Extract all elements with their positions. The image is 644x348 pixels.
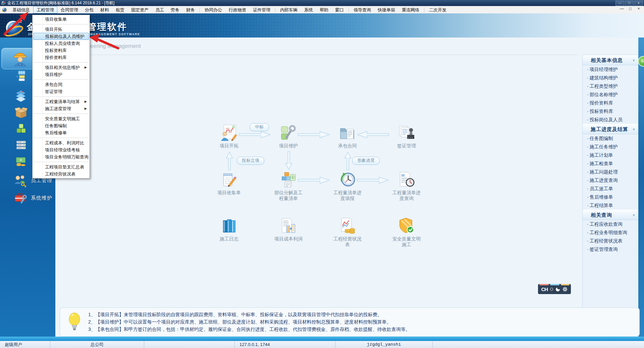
dropdown-item-business-status[interactable]: 工程经营状况表 (33, 170, 90, 178)
moon-icon[interactable] (555, 287, 560, 291)
money-icon[interactable] (15, 156, 26, 167)
flow-node-project-collection[interactable]: 项目收集单 (209, 170, 249, 196)
dropdown-item-project-collection[interactable]: 项目收集单 (33, 16, 90, 23)
worker-icon[interactable] (12, 50, 28, 66)
flow-node-progress-query[interactable]: 工程量清单进度查询 (386, 170, 427, 201)
dropdown-item-visa-management[interactable]: 签证管理 (33, 88, 90, 95)
toolbox-icon (14, 192, 27, 204)
dropdown-item-bidder-performance[interactable]: 投标人员业绩查询 (33, 40, 90, 47)
panel-link[interactable]: ·签证管理查询 (583, 245, 639, 254)
flow-node-cost-profit[interactable]: 项目成本利润 (268, 216, 309, 242)
menu-system[interactable]: 系统 (301, 6, 316, 13)
dropdown-item-boq-settlement[interactable]: 工程量清单与结算▶ (33, 98, 90, 105)
panel-link[interactable]: ·施工任务维护 (583, 143, 639, 151)
layers-icon[interactable] (15, 90, 27, 102)
menu-quick-docs[interactable]: 快捷单据 (374, 6, 398, 13)
menu-leader-query[interactable]: 领导查询 (350, 6, 374, 13)
server-stack-icon[interactable] (16, 140, 26, 150)
panel-link[interactable]: ·投标岗位及人员 (583, 116, 639, 124)
panel-link[interactable]: ·施工计划单 (583, 151, 639, 159)
green-cubes-icon[interactable] (15, 123, 27, 134)
panel-link[interactable]: ·任务图编制 (583, 134, 639, 143)
menu-employees[interactable]: 员工 (152, 6, 167, 13)
dropdown-item-label: 项目开拓 (45, 27, 62, 32)
panel-link[interactable]: ·工程结算单 (583, 201, 639, 210)
dropdown-item-cost-profit-compare[interactable]: 工程成本、利润对比 (33, 139, 90, 146)
menu-vehicles[interactable]: 内部车辆 (277, 6, 301, 13)
flow-node-progress-report[interactable]: 工程量清单进度填报 (327, 170, 368, 201)
dropdown-item-manager-assessment[interactable]: 项目经理业绩考核 (33, 146, 90, 153)
flow-node-construction-log[interactable]: 施工日志 (209, 216, 249, 242)
menu-help[interactable]: 帮助 (316, 6, 332, 13)
circle-icon[interactable] (550, 288, 553, 291)
menu-finance[interactable]: 财务 (183, 6, 198, 13)
panel-link[interactable]: ·员工派工单 (583, 185, 639, 193)
mdi-minimize-button[interactable]: — (619, 6, 625, 11)
bullet: · (587, 230, 589, 235)
dropdown-item-universal-query[interactable]: 项目业务明细万能查询 (33, 153, 90, 160)
menu-collaboration[interactable]: 协同办公 (201, 6, 225, 13)
panel-link[interactable]: ·工程类型维护 (583, 82, 639, 90)
panel-section-basic-info[interactable]: 相关基本信息 ∨ (583, 55, 639, 65)
dropdown-item-safety-quality[interactable]: 安全质量文明施工 (33, 115, 90, 122)
panel-link[interactable]: ·施工进度查询 (583, 176, 639, 185)
dropdown-item-bid-position-highlighted[interactable]: 投标岗位及人员维护 (33, 33, 89, 40)
maximize-button[interactable]: □ (625, 1, 634, 6)
toolbar-ch-button[interactable]: CH (541, 286, 548, 292)
dropdown-item-contract[interactable]: 承包合同 (33, 81, 90, 88)
panels-icon[interactable] (15, 70, 27, 81)
flow-node-label: 施工日志 (209, 236, 249, 242)
dropdown-item-progress-management[interactable]: 施工进度管理▶ (33, 105, 90, 112)
menu-contract-management[interactable]: 合同管理 (57, 6, 82, 13)
menu-basic-info[interactable]: 基础信息 (9, 6, 33, 13)
mdi-restore-button[interactable]: □ (628, 6, 633, 11)
panel-link[interactable]: ·施工检查单 (583, 159, 639, 168)
menu-secondary-dev[interactable]: 二次开发 (426, 6, 450, 13)
dropdown-item-project-maintenance[interactable]: 项目维护 (33, 71, 90, 78)
panel-link[interactable]: ·工程应收款查询 (583, 220, 639, 228)
panel-link[interactable]: ·投标资料库 (583, 107, 639, 116)
panel-link[interactable]: ·建筑结构维护 (583, 74, 639, 82)
close-button[interactable]: × (634, 1, 643, 6)
minimize-button[interactable]: — (615, 1, 624, 6)
flow-node-bom-breakdown[interactable]: 部位分解及工程量清单 (268, 170, 309, 201)
panel-link[interactable]: ·售后维修单 (583, 193, 639, 201)
menu-admin-supplies[interactable]: 行政物资 (225, 6, 250, 13)
flow-node-visa-management[interactable]: 签证管理 (386, 123, 427, 149)
panel-link[interactable]: ·施工问题处理 (583, 168, 639, 176)
panel-section-related-query[interactable]: 相关查询 ∨ (583, 210, 639, 220)
panel-link-label: 售后维修单 (590, 194, 613, 200)
panel-link[interactable]: ·部位名称维护 (583, 90, 639, 99)
menu-labor[interactable]: 劳务 (167, 6, 183, 13)
menu-certificates[interactable]: 证件管理 (250, 6, 274, 13)
dropdown-item-label: 项目维护 (45, 72, 62, 77)
menu-window[interactable]: 窗口 (332, 6, 347, 13)
panel-section-progress-settlement[interactable]: 施工进度及结算 ∨ (583, 124, 639, 134)
dropdown-item-task-diagram[interactable]: 任务图编制 (33, 122, 90, 129)
menu-fixed-assets[interactable]: 固定资产 (128, 6, 152, 13)
menu-materials[interactable]: 材料 (97, 6, 112, 13)
dropdown-item-project-related-info[interactable]: 项目相关信息维护▶ (33, 64, 90, 71)
panel-link[interactable]: ·报价资料库 (583, 99, 639, 107)
staff-key-icon (13, 174, 27, 188)
flow-node-safety-quality[interactable]: 安全质量文明施工 (386, 216, 427, 248)
menu-reconnect[interactable]: 重连网络 (398, 6, 423, 13)
dropdown-item-advance-summary[interactable]: 工程项目垫支汇总表 (33, 163, 90, 170)
dropdown-item-quote-library[interactable]: 报价资料库 (33, 54, 90, 61)
dropdown-item-project-development[interactable]: 项目开拓 (33, 26, 90, 33)
dropdown-item-bid-library[interactable]: 投标资料库 (33, 47, 90, 54)
panel-link[interactable]: ·工程经营状况表 (583, 237, 639, 245)
panel-link[interactable]: ·工程业务明细查询 (583, 228, 639, 237)
open-box-icon[interactable] (15, 107, 28, 119)
dropdown-item-after-sales[interactable]: 售后维修单 (33, 129, 90, 136)
panel-link-label: 部位名称维护 (590, 92, 618, 97)
flow-node-label: 安全质量文明施工 (386, 236, 427, 248)
menu-project-management[interactable]: 工程管理 (33, 6, 57, 13)
mdi-close-button[interactable]: × (636, 6, 641, 11)
menu-leasing[interactable]: 租赁 (112, 6, 128, 13)
gear-icon[interactable] (562, 287, 568, 292)
panel-link-label: 投标资料库 (590, 109, 613, 114)
panel-link[interactable]: ·项目经理维护 (583, 65, 639, 74)
flow-node-business-status[interactable]: 工程经营状况表 (327, 216, 368, 248)
menu-subcontract[interactable]: 分包 (82, 6, 97, 13)
